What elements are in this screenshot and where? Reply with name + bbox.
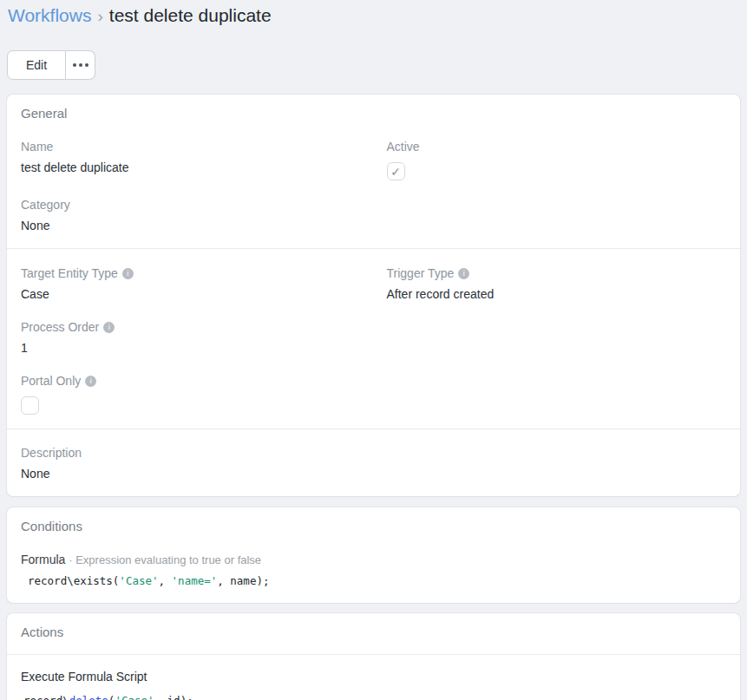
field-process-order-label: Process Order i [21,318,361,336]
field-description-value: None [21,465,726,482]
field-process-order: Process Order i 1 [21,318,361,357]
portal-only-checkbox[interactable] [21,396,39,415]
breadcrumb-workflows-link[interactable]: Workflows [8,5,91,25]
info-icon[interactable]: i [458,268,469,279]
field-trigger-type: Trigger Type i After record created [387,265,727,303]
field-category-value: None [21,217,361,234]
field-trigger-type-label: Trigger Type i [387,265,727,282]
spacer-cell [387,196,727,234]
field-category-label: Category [21,196,361,213]
formula-label: Formula [21,553,65,566]
field-active: Active ✓ [387,138,727,180]
panel-conditions: Conditions Formula · Expression evaluati… [7,507,740,603]
field-trigger-type-label-text: Trigger Type [387,265,455,282]
field-active-label: Active [387,138,727,155]
panel-actions: Actions Execute Formula Script record\de… [7,613,740,700]
field-process-order-value: 1 [21,339,361,357]
edit-button[interactable]: Edit [7,50,66,80]
field-trigger-type-value: After record created [387,285,727,303]
action-formula-code: record\delete('Case', id); [21,693,726,700]
conditions-formula-code: record\exists('Case', 'name=', name); [21,573,726,589]
ellipsis-icon [73,63,88,67]
more-actions-button[interactable] [66,50,95,80]
page-title: test delete duplicate [109,5,272,25]
panel-actions-title: Actions [7,613,740,654]
info-icon[interactable]: i [122,268,134,279]
record-toolbar: Edit [7,50,747,80]
formula-hint-text: · Expression evaluating to true or false [69,553,261,566]
general-section-trigger: Target Entity Type i Case Trigger Type i… [7,249,740,429]
field-name-value: test delete duplicate [21,159,361,176]
action-title: Execute Formula Script [21,669,726,685]
breadcrumb: Workflows›test delete duplicate [0,0,747,29]
field-process-order-label-text: Process Order [21,318,99,336]
field-portal-only-label: Portal Only i [21,372,361,389]
spacer-cell [387,318,727,357]
field-target-entity-type-value: Case [21,285,361,303]
field-description-label: Description [21,444,726,461]
general-section-overview: Name test delete duplicate Active ✓ Cate… [7,122,740,248]
panel-general-title: General [7,95,740,122]
field-name: Name test delete duplicate [21,138,361,180]
info-icon[interactable]: i [103,322,115,333]
field-target-entity-type-label-text: Target Entity Type [21,265,118,282]
field-description: Description None [21,444,726,482]
field-target-entity-type-label: Target Entity Type i [21,265,361,282]
panel-conditions-title: Conditions [7,507,740,535]
formula-header: Formula · Expression evaluating to true … [21,552,726,568]
panel-general: General Name test delete duplicate Activ… [7,95,740,496]
section-divider [7,429,740,429]
action-row: Execute Formula Script record\delete('Ca… [7,654,740,700]
active-checkbox[interactable]: ✓ [387,162,405,180]
field-target-entity-type: Target Entity Type i Case [21,265,361,303]
breadcrumb-separator: › [97,7,102,25]
field-portal-only-label-text: Portal Only [21,372,81,389]
field-portal-only: Portal Only i [21,372,361,415]
field-name-label: Name [21,138,361,155]
info-icon[interactable]: i [85,376,96,387]
field-category: Category None [21,196,361,234]
general-section-description: Description None [7,444,740,496]
conditions-body: Formula · Expression evaluating to true … [7,552,740,603]
